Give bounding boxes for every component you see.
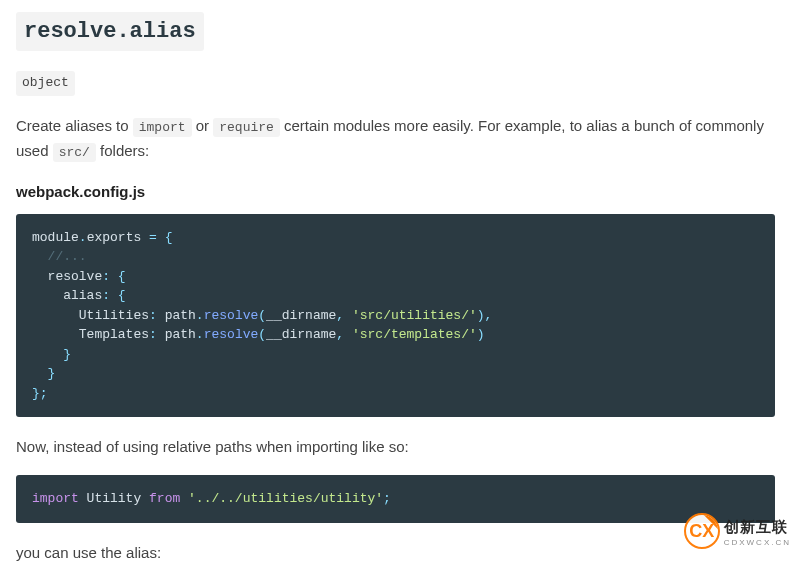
watermark-subtext: CDXWCX.CN <box>724 539 791 547</box>
watermark-logo-icon: CX <box>684 513 720 549</box>
section-heading: resolve.alias <box>16 12 204 51</box>
watermark: CX 创新互联 CDXWCX.CN <box>684 513 791 549</box>
code-block-config: module.exports = { //... resolve: { alia… <box>16 214 775 418</box>
intro-paragraph: Create aliases to import or require cert… <box>16 114 775 164</box>
type-badge: object <box>16 71 75 96</box>
inline-code-require: require <box>213 118 280 137</box>
code-block-before: import Utility from '../../utilities/uti… <box>16 475 775 523</box>
mid-paragraph-2: you can use the alias: <box>16 541 775 565</box>
inline-code-import: import <box>133 118 192 137</box>
code-filename: webpack.config.js <box>16 180 775 204</box>
mid-paragraph-1: Now, instead of using relative paths whe… <box>16 435 775 459</box>
inline-code-src: src/ <box>53 143 96 162</box>
watermark-text: 创新互联 <box>724 518 788 535</box>
